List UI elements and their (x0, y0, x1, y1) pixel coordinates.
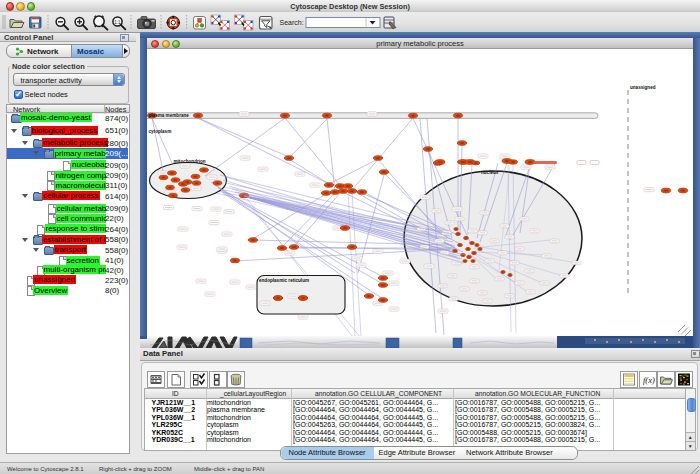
svg-text:Search:: Search: (280, 19, 304, 26)
svg-text:cytoplasm: cytoplasm (149, 129, 172, 134)
svg-text:f(x): f(x) (643, 375, 655, 385)
svg-text:mitochondrion: mitochondrion (174, 159, 206, 164)
svg-text:nucleus: nucleus (481, 170, 499, 175)
svg-text:unassigned: unassigned (630, 85, 656, 90)
svg-text:plasma membrane: plasma membrane (149, 113, 190, 118)
svg-text:endoplasmic reticulum: endoplasmic reticulum (259, 278, 309, 283)
svg-text:1:1: 1:1 (114, 20, 121, 25)
